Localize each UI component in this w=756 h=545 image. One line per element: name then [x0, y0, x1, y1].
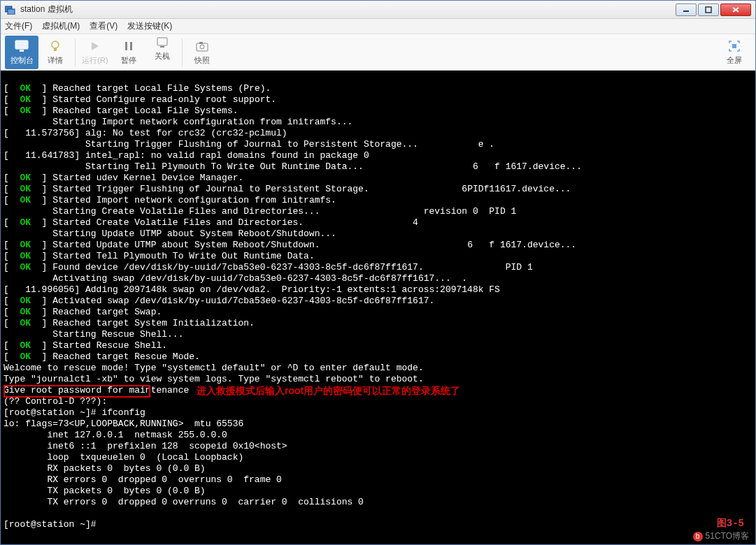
term-line: lo: flags=73<UP,LOOPBACK,RUNNING> mtu 65…: [3, 419, 243, 429]
term-line: [root@station ~]#: [3, 519, 97, 530]
term-line: Type "journalctl -xb" to view system log…: [3, 374, 424, 384]
menubar: 文件(F) 虚拟机(M) 查看(V) 发送按键(K): [1, 19, 755, 34]
svg-rect-9: [54, 48, 57, 51]
menu-file[interactable]: 文件(F): [5, 20, 32, 32]
svg-point-16: [200, 45, 204, 49]
toolbar-separator: [182, 38, 183, 66]
term-line: Starting Trigger Flushing of Journal to …: [3, 139, 494, 150]
console-button[interactable]: 控制台: [5, 36, 38, 69]
menu-vm[interactable]: 虚拟机(M): [42, 20, 80, 32]
play-icon: [87, 38, 103, 54]
menu-view[interactable]: 查看(V): [90, 20, 117, 32]
term-line: [ OK ] Started Tell Plymouth To Write Ou…: [3, 251, 315, 261]
term-line: inet6 ::1 prefixlen 128 scopeid 0x10<hos…: [3, 441, 287, 451]
term-line: [ 11.996056] Adding 2097148k swap on /de…: [3, 284, 500, 295]
run-button: 运行(R): [78, 36, 112, 69]
term-line: [ 11.641783] intel_rapl: no valid rapl d…: [3, 150, 369, 161]
snapshot-button[interactable]: 快照: [185, 36, 219, 69]
monitor-icon: [14, 38, 29, 54]
svg-rect-11: [125, 42, 127, 50]
term-line: [root@station ~]# ifconfig: [3, 407, 145, 418]
term-line: TX errors 0 dropped 0 overruns 0 carrier…: [3, 497, 364, 507]
window-controls: [676, 3, 751, 16]
watermark-icon: b: [693, 532, 703, 542]
term-line: [ OK ] Reached target Local File Systems…: [3, 83, 271, 94]
term-line: Starting Create Volatile Files and Direc…: [3, 206, 516, 217]
term-line: [ OK ] Started Update UTMP about System …: [3, 240, 576, 250]
term-line: loop txqueuelen 0 (Local Loopback): [3, 452, 243, 463]
minimize-button[interactable]: [676, 3, 697, 16]
details-button[interactable]: 详情: [38, 36, 72, 69]
term-line: [ 11.573756] alg: No test for crc32 (crc…: [3, 128, 287, 138]
fullscreen-icon: [727, 38, 742, 54]
run-label: 运行(R): [82, 55, 108, 66]
term-line: [ OK ] Started Trigger Flushing of Journ…: [3, 184, 571, 194]
term-line: [ OK ] Started Create Volatile Files and…: [3, 217, 418, 228]
svg-rect-17: [199, 42, 203, 44]
svg-rect-13: [157, 38, 167, 45]
watermark-text: 51CTO博客: [706, 530, 749, 542]
titlebar[interactable]: station 虚拟机: [1, 1, 755, 19]
term-line: TX packets 0 bytes 0 (0.0 B): [3, 486, 206, 496]
term-line: Activating swap /dev/disk/by-uuid/7cba53…: [3, 273, 467, 284]
term-line: RX packets 0 bytes 0 (0.0 B): [3, 463, 206, 474]
shutdown-button[interactable]: 关机 ▾: [145, 36, 179, 69]
term-line: (?? Control-D ???):: [3, 396, 107, 407]
vm-window: station 虚拟机 文件(F) 虚拟机(M) 查看(V) 发送按键(K) 控…: [0, 0, 756, 545]
term-line: [ OK ] Started Configure read-only root …: [3, 94, 276, 105]
bulb-icon: [48, 38, 63, 54]
term-line: [ OK ] Reached target Local File Systems…: [3, 106, 238, 116]
svg-rect-6: [15, 41, 28, 49]
maximize-button[interactable]: [698, 3, 719, 16]
term-line: [ OK ] Started Rescue Shell.: [3, 340, 167, 351]
watermark: b 51CTO博客: [693, 530, 749, 542]
chevron-down-icon: ▾: [166, 54, 169, 61]
camera-icon: [194, 38, 210, 54]
terminal-output[interactable]: [ OK ] Reached target Local File Systems…: [1, 71, 755, 544]
fullscreen-label: 全屏: [727, 55, 742, 66]
term-line: Starting Tell Plymouth To Write Out Runt…: [3, 161, 582, 172]
window-title: station 虚拟机: [20, 3, 676, 15]
pause-label: 暂停: [121, 55, 136, 66]
pause-button[interactable]: 暂停: [112, 36, 145, 69]
term-line: inet 127.0.0.1 netmask 255.0.0.0: [3, 430, 227, 440]
svg-rect-12: [130, 42, 132, 50]
close-button[interactable]: [720, 3, 751, 16]
app-icon: [5, 5, 16, 15]
snapshot-label: 快照: [194, 55, 210, 66]
svg-rect-7: [20, 50, 24, 52]
menu-send[interactable]: 发送按键(K): [127, 20, 172, 32]
term-line: Starting Update UTMP about System Reboot…: [3, 228, 336, 239]
annotation-note: 进入救援模式后输入root用户的密码便可以正常的登录系统了: [197, 385, 460, 396]
svg-rect-14: [160, 46, 164, 48]
pause-icon: [121, 38, 136, 54]
svg-rect-18: [732, 44, 736, 48]
term-line: [ OK ] Activated swap /dev/disk/by-uuid/…: [3, 296, 434, 306]
svg-marker-10: [92, 42, 99, 50]
term-line: [ OK ] Reached target System Initializat…: [3, 318, 255, 328]
svg-point-8: [52, 41, 59, 48]
fullscreen-button[interactable]: 全屏: [718, 36, 751, 69]
term-line: [ OK ] Reached target Swap.: [3, 307, 162, 317]
term-line: [ OK ] Reached target Rescue Mode.: [3, 351, 200, 362]
term-line: Welcome to rescue mode! Type "systemctl …: [3, 363, 424, 373]
term-line: [ OK ] Started udev Kernel Device Manage…: [3, 173, 243, 183]
power-icon: [155, 36, 170, 50]
console-label: 控制台: [10, 55, 34, 66]
svg-rect-1: [8, 9, 15, 15]
annotation-box: [3, 385, 150, 398]
term-line: Starting Import network configuration fr…: [3, 117, 352, 127]
toolbar: 控制台 详情 运行(R) 暂停 关机 ▾ 快照 全屏: [1, 34, 755, 71]
term-line: [ OK ] Found device /dev/disk/by-uuid/7c…: [3, 262, 533, 272]
term-line: Starting Rescue Shell...: [3, 329, 183, 340]
figure-tag: 图3-5: [717, 518, 744, 529]
details-label: 详情: [48, 55, 63, 66]
term-line: [ OK ] Started Import network configurat…: [3, 195, 336, 205]
toolbar-separator: [75, 38, 76, 66]
svg-rect-3: [706, 7, 711, 13]
term-line: RX errors 0 dropped 0 overruns 0 frame 0: [3, 474, 282, 485]
